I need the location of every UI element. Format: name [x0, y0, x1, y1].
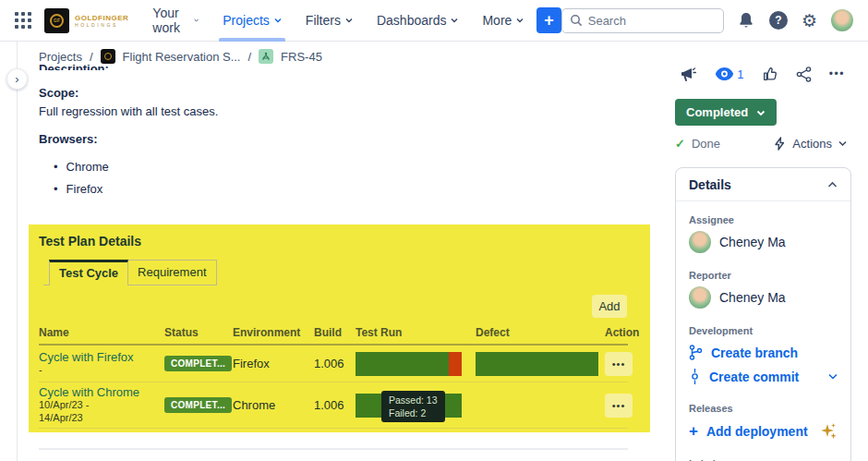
browsers-heading: Browsers:: [39, 132, 98, 146]
add-deployment-link[interactable]: Add deployment: [706, 424, 808, 439]
chevron-down-icon: [451, 17, 458, 24]
status-dropdown-button[interactable]: Completed: [675, 99, 777, 126]
col-build: Build: [314, 326, 356, 339]
actions-dropdown[interactable]: Actions: [774, 137, 847, 151]
environment-value: Chrome: [233, 398, 314, 412]
create-commit-row[interactable]: Create commit: [689, 369, 838, 384]
status-badge: COMPLET...: [164, 356, 232, 371]
create-commit-link[interactable]: Create commit: [709, 370, 799, 384]
details-panel: Details Assignee Cheney Ma Reporter Chen…: [675, 167, 851, 461]
chevron-down-icon[interactable]: [828, 373, 838, 380]
nav-projects[interactable]: Projects: [223, 0, 282, 42]
resolution-actions-row: ✓ Done Actions: [675, 137, 847, 151]
create-branch-link[interactable]: Create branch: [711, 346, 798, 360]
cycle-dates: 10/Apr/23 - 14/Apr/23: [39, 399, 122, 425]
tooltip-failed: Failed: 2: [389, 406, 438, 419]
add-test-cycle-button[interactable]: Add: [592, 295, 627, 318]
commit-icon: [689, 369, 701, 384]
sidebar-divider: [17, 42, 18, 461]
watch-count: 1: [737, 67, 743, 81]
issue-header-actions: 1 •••: [681, 66, 845, 82]
nav-more[interactable]: More: [482, 0, 524, 42]
automation-lightning-icon: [774, 137, 786, 151]
details-title: Details: [689, 177, 731, 192]
col-test-run: Test Run: [356, 326, 476, 339]
build-value: 1.006: [314, 398, 356, 412]
nav-filters[interactable]: Filters: [306, 0, 353, 42]
details-panel-header[interactable]: Details: [676, 168, 850, 201]
browser-list-item: Firefox: [54, 182, 102, 196]
tooltip-passed: Passed: 13: [389, 394, 438, 406]
chevron-up-icon: [827, 181, 838, 188]
test-run-failed-segment: [449, 352, 462, 376]
scope-heading: Scope:: [39, 86, 78, 100]
settings-gear-icon[interactable]: ⚙: [802, 12, 817, 30]
row-actions-button[interactable]: •••: [605, 394, 633, 418]
breadcrumb-separator: /: [247, 50, 251, 64]
notifications-bell-icon[interactable]: [737, 11, 755, 30]
app-window: GF GOLDFINGER HOLDINGS Your work Project…: [0, 0, 868, 461]
logo-text: GOLDFINGER HOLDINGS: [75, 14, 128, 28]
nav-your-work[interactable]: Your work: [152, 0, 199, 42]
global-search[interactable]: [561, 8, 724, 33]
test-plan-issue-icon: [259, 49, 273, 64]
resolution-done[interactable]: ✓ Done: [675, 137, 720, 151]
test-run-tooltip: Passed: 13 Failed: 2: [381, 391, 445, 422]
topbar-icons: ? ⚙: [737, 9, 853, 31]
col-name: Name: [39, 326, 164, 339]
development-label: Development: [689, 325, 838, 336]
content-divider: [39, 448, 628, 450]
assignee-label: Assignee: [689, 214, 838, 225]
cycle-name-link[interactable]: Cycle with Chrome: [39, 385, 164, 399]
status-badge: COMPLET...: [164, 397, 232, 413]
avatar: [689, 231, 711, 253]
cycle-name-link[interactable]: Cycle with Firefox: [39, 350, 164, 364]
branch-icon: [689, 345, 703, 360]
assignee-value[interactable]: Cheney Ma: [689, 231, 838, 253]
col-environment: Environment: [233, 326, 314, 339]
test-run-bar[interactable]: [356, 352, 462, 376]
test-run-passed-segment: [356, 352, 449, 376]
tab-test-cycle[interactable]: Test Cycle: [49, 260, 128, 285]
browser-list-item: Chrome: [54, 160, 109, 174]
top-navbar: GF GOLDFINGER HOLDINGS Your work Project…: [0, 0, 868, 42]
test-plan-title: Test Plan Details: [39, 234, 141, 249]
breadcrumb-project-link[interactable]: Flight Reservation S...: [123, 50, 241, 64]
chevron-down-icon: [756, 109, 766, 116]
clipped-description-heading: Description:: [39, 62, 109, 70]
logo-monogram: GF: [54, 18, 60, 23]
add-deployment-row[interactable]: + Add deployment: [689, 422, 838, 440]
col-status: Status: [164, 326, 233, 339]
col-action: Action: [605, 326, 639, 339]
share-icon[interactable]: [796, 67, 812, 82]
watchers-eye-icon[interactable]: 1: [716, 67, 743, 81]
tab-requirement[interactable]: Requirement: [128, 260, 216, 285]
like-thumbs-up-icon[interactable]: [762, 66, 778, 82]
chevron-down-icon: [516, 17, 524, 24]
breadcrumb-issue-link[interactable]: FRS-45: [281, 50, 322, 64]
test-plan-tabs: Test Cycle Requirement: [43, 260, 217, 285]
chevron-down-icon: [345, 17, 353, 24]
search-input[interactable]: [588, 14, 716, 28]
row-actions-button[interactable]: •••: [605, 352, 633, 376]
plus-icon: +: [689, 425, 698, 438]
nav-dashboards[interactable]: Dashboards: [377, 0, 459, 42]
create-branch-row[interactable]: Create branch: [689, 345, 838, 360]
feedback-megaphone-icon[interactable]: [681, 67, 698, 82]
main-content: Projects / Flight Reservation S... / FRS…: [39, 42, 650, 461]
app-switcher-icon[interactable]: [15, 12, 31, 29]
search-icon: [570, 14, 583, 27]
create-button[interactable]: +: [536, 7, 561, 33]
company-logo[interactable]: GF GOLDFINGER HOLDINGS: [44, 8, 128, 33]
chevron-down-icon: [274, 17, 282, 24]
primary-nav: Your work Projects Filters Dashboards Mo…: [152, 0, 524, 42]
table-row: Cycle with Firefox - COMPLET... Firefox …: [39, 346, 628, 382]
chevron-down-icon: [838, 140, 847, 147]
help-icon[interactable]: ?: [769, 11, 788, 30]
defect-bar[interactable]: [476, 352, 598, 376]
profile-avatar[interactable]: [831, 9, 853, 31]
table-row: Cycle with Chrome 10/Apr/23 - 14/Apr/23 …: [39, 382, 628, 429]
expand-sidebar-button[interactable]: ›: [6, 68, 28, 90]
reporter-value[interactable]: Cheney Ma: [689, 286, 838, 309]
more-actions-icon[interactable]: •••: [829, 67, 845, 80]
